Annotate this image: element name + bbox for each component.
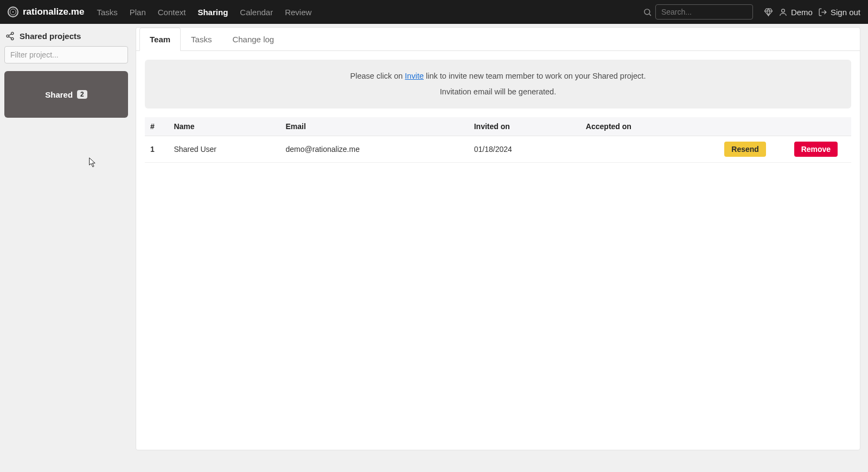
signout-label: Sign out — [831, 8, 860, 17]
user-icon — [778, 8, 788, 17]
svg-point-4 — [11, 32, 14, 34]
th-name: Name — [168, 117, 280, 136]
brand-logo-icon — [8, 7, 18, 17]
sidebar: Shared projects Shared 2 — [0, 24, 132, 472]
svg-point-6 — [11, 37, 14, 40]
project-card-shared[interactable]: Shared 2 — [4, 71, 128, 118]
th-email: Email — [280, 117, 469, 136]
cell-resend: Resend — [710, 136, 781, 163]
th-idx: # — [145, 117, 168, 136]
nav-context[interactable]: Context — [153, 3, 191, 21]
nav-sharing[interactable]: Sharing — [193, 3, 233, 21]
project-card-badge: 2 — [77, 90, 87, 99]
cell-email: demo@rationalize.me — [280, 136, 469, 163]
cell-accepted — [580, 136, 710, 163]
brand-text: rationalize.me — [23, 7, 84, 17]
sidebar-title: Shared projects — [4, 28, 128, 46]
filter-project-input[interactable] — [4, 46, 128, 63]
nav-plan[interactable]: Plan — [125, 3, 151, 21]
project-card-name: Shared — [45, 90, 73, 99]
main: Team Tasks Change log Please click on In… — [132, 24, 868, 472]
tab-team[interactable]: Team — [139, 28, 181, 51]
th-remove — [781, 117, 851, 136]
notice-prefix: Please click on — [350, 72, 405, 80]
tabs: Team Tasks Change log — [136, 28, 860, 51]
svg-line-7 — [9, 37, 11, 39]
tab-changelog[interactable]: Change log — [222, 28, 284, 51]
nav-user[interactable]: Demo — [778, 8, 813, 17]
cell-idx: 1 — [145, 136, 168, 163]
team-table: # Name Email Invited on Accepted on 1 Sh… — [145, 117, 851, 163]
notice: Please click on Invite link to invite ne… — [145, 60, 851, 109]
brand[interactable]: rationalize.me — [8, 7, 84, 17]
nav-right: Demo Sign out — [764, 8, 860, 17]
nav-tasks[interactable]: Tasks — [92, 3, 122, 21]
svg-line-8 — [9, 34, 11, 36]
diamond-icon[interactable] — [764, 8, 773, 17]
cell-name: Shared User — [168, 136, 280, 163]
svg-point-2 — [782, 9, 785, 12]
th-accepted: Accepted on — [580, 117, 710, 136]
cell-invited: 01/18/2024 — [469, 136, 580, 163]
user-label: Demo — [791, 8, 813, 17]
nav-review[interactable]: Review — [280, 3, 316, 21]
top-nav: rationalize.me Tasks Plan Context Sharin… — [0, 0, 868, 24]
search-wrap — [643, 4, 753, 20]
table-row: 1 Shared User demo@rationalize.me 01/18/… — [145, 136, 851, 163]
remove-button[interactable]: Remove — [794, 142, 838, 157]
search-icon[interactable] — [643, 8, 652, 17]
panel: Team Tasks Change log Please click on In… — [136, 27, 860, 450]
th-invited: Invited on — [469, 117, 580, 136]
svg-point-5 — [7, 35, 9, 37]
nav-calendar[interactable]: Calendar — [235, 3, 278, 21]
signout-button[interactable]: Sign out — [818, 8, 860, 17]
table-header-row: # Name Email Invited on Accepted on — [145, 117, 851, 136]
signout-icon — [818, 8, 827, 17]
svg-line-1 — [649, 14, 651, 15]
search-input[interactable] — [655, 4, 753, 20]
th-resend — [710, 117, 781, 136]
resend-button[interactable]: Resend — [724, 142, 766, 157]
sidebar-title-text: Shared projects — [20, 31, 81, 41]
cell-remove: Remove — [781, 136, 851, 163]
nav-links: Tasks Plan Context Sharing Calendar Revi… — [92, 3, 316, 21]
tab-tasks[interactable]: Tasks — [181, 28, 222, 51]
invite-link[interactable]: Invite — [405, 72, 424, 80]
notice-line2: Invitation email will be generated. — [156, 84, 840, 100]
svg-point-0 — [644, 9, 650, 14]
share-icon — [5, 31, 15, 41]
notice-suffix: link to invite new team member to work o… — [424, 72, 646, 80]
